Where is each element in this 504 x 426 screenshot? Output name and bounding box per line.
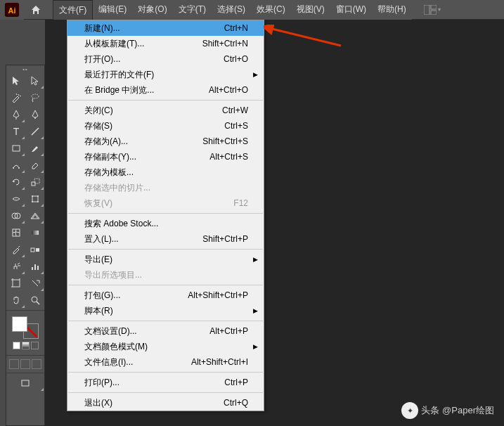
scale-tool[interactable] <box>25 174 44 191</box>
menu-item[interactable]: 存储为模板... <box>67 164 264 180</box>
menu-item-shortcut: Shift+Ctrl+N <box>202 39 248 49</box>
menu-item-shortcut: Ctrl+W <box>222 105 248 115</box>
menu-view[interactable]: 视图(V) <box>291 0 330 20</box>
app-logo: Ai <box>0 0 24 20</box>
menu-item[interactable]: 在 Bridge 中浏览...Alt+Ctrl+O <box>67 82 264 98</box>
draw-inside[interactable] <box>32 359 41 369</box>
svg-rect-25 <box>32 267 33 270</box>
menu-window[interactable]: 窗口(W) <box>330 0 372 20</box>
magic-wand-tool[interactable] <box>6 89 25 106</box>
menu-item[interactable]: 从模板新建(T)...Shift+Ctrl+N <box>67 36 264 51</box>
menu-effect[interactable]: 效果(C) <box>251 0 291 20</box>
menu-separator <box>68 213 263 214</box>
type-tool[interactable]: T <box>6 123 25 140</box>
menu-item[interactable]: 关闭(C)Ctrl+W <box>67 103 264 118</box>
svg-rect-28 <box>13 280 20 287</box>
svg-point-11 <box>18 167 20 169</box>
pen-tool[interactable] <box>6 106 25 123</box>
menu-separator <box>68 285 263 285</box>
fill-swatch[interactable] <box>12 316 27 332</box>
menu-file[interactable]: 文件(F) <box>53 0 93 20</box>
zoom-tool[interactable] <box>25 292 44 309</box>
rotate-tool[interactable] <box>6 174 25 191</box>
gradient-tool[interactable] <box>25 224 44 241</box>
paintbrush-tool[interactable] <box>25 140 44 157</box>
menu-item[interactable]: 存储(S)Ctrl+S <box>67 118 264 134</box>
menu-item[interactable]: 最近打开的文件(F)▶ <box>67 67 264 82</box>
artboard-tool[interactable] <box>6 275 25 292</box>
shape-builder-tool[interactable] <box>6 207 25 224</box>
menu-item-label: 打包(G)... <box>84 290 188 302</box>
blend-tool[interactable] <box>25 241 44 258</box>
mesh-tool[interactable] <box>6 224 25 241</box>
submenu-arrow-icon: ▶ <box>253 307 258 314</box>
color-mode-none[interactable] <box>31 342 39 349</box>
watermark-prefix: 头条 <box>421 404 439 417</box>
svg-rect-4 <box>431 11 437 15</box>
column-graph-tool[interactable] <box>25 258 44 275</box>
menu-item[interactable]: 打印(P)...Ctrl+P <box>67 375 264 390</box>
color-mode-row <box>13 342 39 349</box>
menu-object[interactable]: 对象(O) <box>132 0 172 20</box>
arrange-documents-icon[interactable]: ▾ <box>424 5 441 15</box>
file-menu-dropdown: 新建(N)...Ctrl+N从模板新建(T)...Shift+Ctrl+N打开(… <box>67 20 264 411</box>
menu-item-shortcut: Ctrl+S <box>224 121 248 131</box>
svg-rect-2 <box>424 5 429 15</box>
menu-select[interactable]: 选择(S) <box>212 0 251 20</box>
hand-tool[interactable] <box>6 292 25 309</box>
menu-item[interactable]: 脚本(R)▶ <box>67 303 264 318</box>
menu-item-label: 在 Bridge 中浏览... <box>84 84 209 96</box>
menu-separator <box>68 372 263 373</box>
submenu-arrow-icon: ▶ <box>253 256 258 263</box>
line-segment-tool[interactable] <box>25 123 44 140</box>
width-tool[interactable] <box>6 191 25 207</box>
menu-item[interactable]: 文件信息(I)...Alt+Shift+Ctrl+I <box>67 354 264 370</box>
menu-item[interactable]: 存储为(A)...Shift+Ctrl+S <box>67 134 264 149</box>
svg-line-8 <box>32 128 39 135</box>
draw-behind[interactable] <box>20 359 30 369</box>
fill-stroke-swatches[interactable] <box>12 316 39 339</box>
lasso-tool[interactable] <box>25 89 44 106</box>
eyedropper-tool[interactable] <box>6 241 25 258</box>
screen-mode[interactable] <box>6 375 44 392</box>
separator <box>6 310 44 311</box>
menu-help[interactable]: 帮助(H) <box>372 0 412 20</box>
menu-edit[interactable]: 编辑(E) <box>93 0 132 20</box>
svg-point-5 <box>32 94 39 98</box>
toolbar-handle[interactable]: •• <box>6 65 44 72</box>
menu-item[interactable]: 退出(X)Ctrl+Q <box>67 395 264 411</box>
watermark-text: @Paper绘图 <box>442 404 494 417</box>
menubar: 文件(F) 编辑(E) 对象(O) 文字(T) 选择(S) 效果(C) 视图(V… <box>53 0 412 20</box>
svg-point-6 <box>34 117 36 119</box>
curvature-tool[interactable] <box>25 106 44 123</box>
slice-tool[interactable] <box>25 275 44 292</box>
perspective-grid-tool[interactable] <box>25 207 44 224</box>
color-mode-color[interactable] <box>13 342 20 349</box>
menu-item-shortcut: Shift+Ctrl+P <box>202 234 248 244</box>
menu-type[interactable]: 文字(T) <box>173 0 212 20</box>
menu-item[interactable]: 置入(L)...Shift+Ctrl+P <box>67 231 264 247</box>
menu-item[interactable]: 存储副本(Y)...Alt+Ctrl+S <box>67 149 264 164</box>
selection-tool[interactable] <box>6 72 25 89</box>
menu-item[interactable]: 打开(O)...Ctrl+O <box>67 51 264 67</box>
menu-item[interactable]: 搜索 Adobe Stock... <box>67 216 264 231</box>
eraser-tool[interactable] <box>25 157 44 174</box>
direct-selection-tool[interactable] <box>25 72 44 89</box>
menu-item[interactable]: 导出(E)▶ <box>67 252 264 267</box>
watermark-icon: ✦ <box>401 402 418 419</box>
menu-item[interactable]: 新建(N)...Ctrl+N <box>67 20 264 36</box>
topbar: Ai 文件(F) 编辑(E) 对象(O) 文字(T) 选择(S) 效果(C) 视… <box>0 0 504 20</box>
symbol-sprayer-tool[interactable] <box>6 258 25 275</box>
menu-item[interactable]: 文档颜色模式(M)▶ <box>67 339 264 354</box>
shaper-tool[interactable] <box>6 157 25 174</box>
free-transform-tool[interactable] <box>25 191 44 207</box>
draw-normal[interactable] <box>9 359 19 369</box>
menu-item[interactable]: 打包(G)...Alt+Shift+Ctrl+P <box>67 288 264 303</box>
color-mode-gradient[interactable] <box>22 342 30 349</box>
menu-item: 导出所选项目... <box>67 267 264 283</box>
menu-separator <box>68 392 263 393</box>
menu-item[interactable]: 文档设置(D)...Alt+Ctrl+P <box>67 323 264 339</box>
home-button[interactable] <box>24 0 48 20</box>
rectangle-tool[interactable] <box>6 140 25 157</box>
menu-separator <box>68 321 263 321</box>
